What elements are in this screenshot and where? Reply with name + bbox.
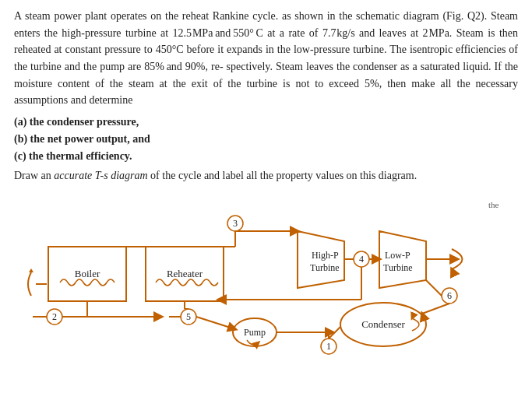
paragraph1: A steam power plant operates on the rehe… xyxy=(14,8,518,109)
svg-line-44 xyxy=(422,304,449,314)
svg-line-43 xyxy=(426,280,442,296)
svg-marker-46 xyxy=(29,268,33,272)
list-a-label: (a) the condenser pressure, xyxy=(14,116,139,128)
reheater-label: Reheater xyxy=(166,268,203,279)
lowp-label: Low-P xyxy=(385,250,410,261)
svg-text:1: 1 xyxy=(326,341,331,352)
svg-text:6: 6 xyxy=(447,290,452,301)
page-ref: the xyxy=(488,200,499,209)
list-item-b: (b) the net power output, and xyxy=(14,131,518,148)
list-item-c: (c) the thermal efficiency. xyxy=(14,148,518,165)
condenser-label: Condenser xyxy=(361,318,405,330)
svg-text:3: 3 xyxy=(233,218,238,229)
svg-text:4: 4 xyxy=(359,254,364,265)
list-b-label: (b) the net power output, and xyxy=(14,133,150,145)
pump-label: Pump xyxy=(243,327,265,338)
list-items: (a) the condenser pressure, (b) the net … xyxy=(14,114,518,164)
paragraph2: Draw an accurate T-s diagram of the cycl… xyxy=(14,167,518,184)
list-c-label: (c) the thermal efficiency. xyxy=(14,150,132,162)
schematic-diagram: 3 Boiler Reheater High-P Turbine Low-P T… xyxy=(25,198,508,362)
highp-label: High-P xyxy=(312,250,339,261)
svg-line-33 xyxy=(196,317,235,329)
svg-text:2: 2 xyxy=(52,311,57,322)
turbine1-label: Turbine xyxy=(310,262,340,273)
turbine2-label: Turbine xyxy=(383,262,413,273)
list-item-a: (a) the condenser pressure, xyxy=(14,114,518,131)
boiler-label: Boiler xyxy=(74,268,100,279)
svg-text:5: 5 xyxy=(186,311,191,322)
